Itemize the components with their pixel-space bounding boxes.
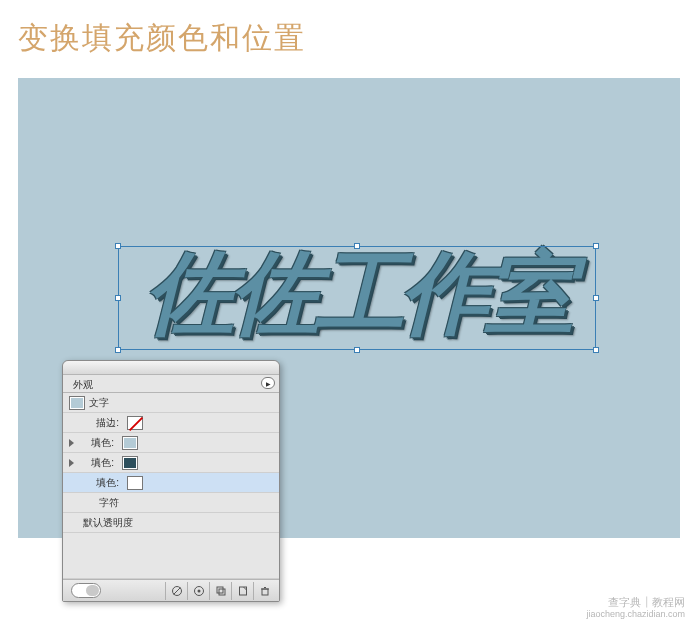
resize-handle-ml[interactable] (115, 295, 121, 301)
watermark-url: jiaocheng.chazidian.com (586, 609, 685, 620)
svg-rect-4 (217, 587, 223, 593)
disclosure-triangle-icon[interactable] (69, 459, 74, 467)
stroke-swatch-none[interactable] (127, 416, 143, 430)
watermark-text-1: 查字典 (608, 596, 641, 608)
svg-rect-7 (262, 589, 268, 595)
fill-swatch-2[interactable] (122, 456, 138, 470)
trash-icon[interactable] (253, 582, 275, 600)
resize-handle-br[interactable] (593, 347, 599, 353)
resize-handle-tr[interactable] (593, 243, 599, 249)
stroke-label: 描边: (69, 416, 123, 430)
resize-handle-bm[interactable] (354, 347, 360, 353)
resize-handle-bl[interactable] (115, 347, 121, 353)
svg-rect-5 (219, 589, 225, 595)
svg-point-3 (197, 589, 200, 592)
panel-row-characters[interactable]: 字符 (63, 493, 279, 513)
resize-handle-tl[interactable] (115, 243, 121, 249)
characters-label: 字符 (69, 496, 123, 510)
opacity-label: 默认透明度 (69, 516, 137, 530)
fill-label-1: 填色: (78, 436, 118, 450)
panel-titlebar[interactable] (63, 361, 279, 375)
svg-line-1 (173, 587, 180, 594)
page-title: 变换填充颜色和位置 (0, 0, 697, 59)
svg-rect-6 (239, 587, 246, 595)
type-swatch[interactable] (69, 396, 85, 410)
panel-row-fill-3-selected[interactable]: 填色: (63, 473, 279, 493)
panel-tab-row: 外观 (63, 375, 279, 393)
panel-tab-appearance[interactable]: 外观 (69, 376, 101, 392)
no-selection-icon[interactable] (165, 582, 187, 600)
panel-row-opacity[interactable]: 默认透明度 (63, 513, 279, 533)
panel-empty-area (63, 533, 279, 579)
panel-row-type[interactable]: 文字 (63, 393, 279, 413)
new-icon[interactable] (231, 582, 253, 600)
panel-row-fill-1[interactable]: 填色: (63, 433, 279, 453)
footer-toggle[interactable] (71, 583, 101, 598)
watermark: 查字典┃教程网 jiaocheng.chazidian.com (586, 596, 685, 620)
fill-label-2: 填色: (78, 456, 118, 470)
panel-menu-icon[interactable] (261, 377, 275, 389)
panel-footer (63, 579, 279, 601)
disclosure-triangle-icon[interactable] (69, 439, 74, 447)
appearance-panel: 外观 文字 描边: 填色: 填色: 填色: 字符 默认透明度 (62, 360, 280, 602)
panel-row-stroke[interactable]: 描边: (63, 413, 279, 433)
fill-swatch-1[interactable] (122, 436, 138, 450)
duplicate-icon[interactable] (209, 582, 231, 600)
fill-swatch-3[interactable] (127, 476, 143, 490)
panel-row-fill-2[interactable]: 填色: (63, 453, 279, 473)
watermark-text-2: 教程网 (652, 596, 685, 608)
fill-label-3: 填色: (69, 476, 123, 490)
fx-icon[interactable] (187, 582, 209, 600)
resize-handle-mr[interactable] (593, 295, 599, 301)
resize-handle-tm[interactable] (354, 243, 360, 249)
selection-bounding-box[interactable] (118, 246, 596, 350)
type-label: 文字 (89, 396, 113, 410)
